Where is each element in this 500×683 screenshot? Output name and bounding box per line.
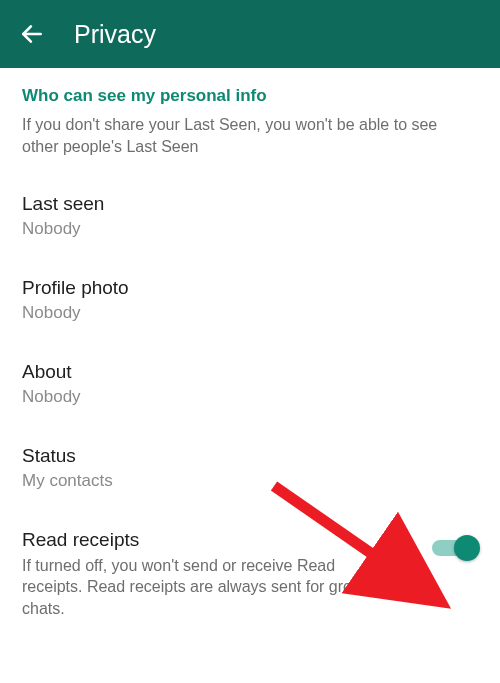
page-title: Privacy — [74, 20, 156, 49]
setting-value: Nobody — [22, 219, 478, 239]
setting-last-seen[interactable]: Last seen Nobody — [22, 193, 478, 239]
toggle-thumb — [454, 535, 480, 561]
setting-read-receipts[interactable]: Read receipts If turned off, you won't s… — [22, 529, 478, 620]
section-subtext: If you don't share your Last Seen, you w… — [22, 114, 478, 159]
setting-status[interactable]: Status My contacts — [22, 445, 478, 491]
setting-value: Nobody — [22, 303, 478, 323]
setting-title: Profile photo — [22, 277, 478, 299]
setting-profile-photo[interactable]: Profile photo Nobody — [22, 277, 478, 323]
setting-value: Nobody — [22, 387, 478, 407]
back-arrow-icon — [19, 21, 45, 47]
setting-about[interactable]: About Nobody — [22, 361, 478, 407]
settings-content: Who can see my personal info If you don'… — [0, 68, 500, 620]
back-button[interactable] — [12, 14, 52, 54]
setting-title: Read receipts — [22, 529, 432, 551]
setting-title: Status — [22, 445, 478, 467]
setting-title: About — [22, 361, 478, 383]
setting-description: If turned off, you won't send or receive… — [22, 555, 382, 620]
app-header: Privacy — [0, 0, 500, 68]
section-heading: Who can see my personal info — [22, 86, 478, 106]
setting-value: My contacts — [22, 471, 478, 491]
setting-title: Last seen — [22, 193, 478, 215]
read-receipts-toggle[interactable] — [432, 535, 476, 559]
